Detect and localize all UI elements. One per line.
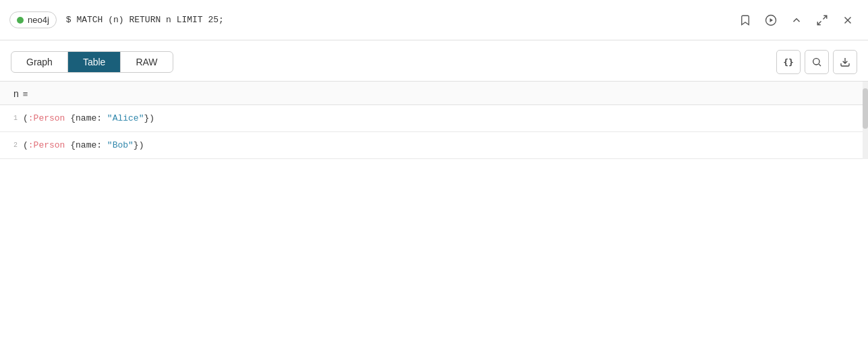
content-area: n ≡ 1 (:Person {name: "Alice"}) 2 (:Pers…	[0, 82, 868, 159]
svg-line-7	[819, 64, 821, 66]
tab-raw[interactable]: RAW	[121, 52, 172, 72]
collapse-button[interactable]	[786, 9, 807, 31]
tabs-group: Graph Table RAW	[11, 51, 173, 73]
search-icon	[811, 57, 822, 67]
svg-line-2	[823, 16, 827, 19]
query-text: $ MATCH (n) RETURN n LIMIT 25;	[63, 15, 728, 25]
row-label-2: :Person	[28, 140, 65, 150]
toolbar-right: {}	[776, 50, 857, 74]
run-button[interactable]	[760, 9, 782, 31]
neo4j-badge-label: neo4j	[28, 15, 49, 25]
tab-bar: Graph Table RAW {}	[0, 40, 868, 82]
row-suffix-2: })	[134, 140, 144, 150]
row-cell-2: (:Person {name: "Bob"})	[23, 140, 144, 150]
row-middle-1: {name:	[65, 113, 107, 123]
close-icon	[842, 14, 854, 26]
table-header: n ≡	[0, 82, 868, 105]
svg-marker-1	[770, 18, 774, 22]
row-number-2: 2	[5, 140, 18, 149]
top-bar-actions	[734, 9, 859, 31]
column-sort-icon: ≡	[23, 89, 28, 99]
row-prefix-2: (	[23, 140, 28, 150]
row-value-1: "Alice"	[107, 113, 144, 123]
neo4j-badge: neo4j	[9, 11, 57, 28]
expand-button[interactable]	[811, 9, 833, 31]
braces-button[interactable]: {}	[776, 50, 801, 74]
top-bar: neo4j $ MATCH (n) RETURN n LIMIT 25;	[0, 0, 868, 40]
svg-line-3	[817, 21, 821, 24]
table-row: 1 (:Person {name: "Alice"})	[0, 105, 868, 132]
download-icon	[840, 57, 850, 67]
scrollbar-track[interactable]	[863, 82, 868, 159]
tab-table[interactable]: Table	[68, 52, 121, 72]
bookmark-button[interactable]	[734, 9, 756, 31]
row-suffix-1: })	[144, 113, 154, 123]
table-body: 1 (:Person {name: "Alice"}) 2 (:Person {…	[0, 105, 868, 159]
braces-icon: {}	[783, 57, 794, 67]
bookmark-icon	[739, 14, 751, 26]
row-label-1: :Person	[28, 113, 65, 123]
row-value-2: "Bob"	[107, 140, 134, 150]
row-cell-1: (:Person {name: "Alice"})	[23, 113, 154, 123]
svg-point-6	[813, 59, 819, 65]
row-prefix-1: (	[23, 113, 28, 123]
close-button[interactable]	[837, 9, 859, 31]
scrollbar-thumb[interactable]	[863, 88, 868, 129]
column-header-n: n ≡	[13, 88, 855, 99]
connection-status-dot	[17, 17, 24, 24]
search-button[interactable]	[805, 50, 829, 74]
row-middle-2: {name:	[65, 140, 107, 150]
expand-icon	[816, 14, 828, 26]
column-header-label: n	[13, 88, 19, 99]
row-number-1: 1	[5, 113, 18, 122]
download-button[interactable]	[833, 50, 857, 74]
table-row: 2 (:Person {name: "Bob"})	[0, 132, 868, 159]
tab-graph[interactable]: Graph	[11, 52, 68, 72]
play-icon	[765, 14, 777, 26]
chevron-up-icon	[790, 14, 803, 26]
